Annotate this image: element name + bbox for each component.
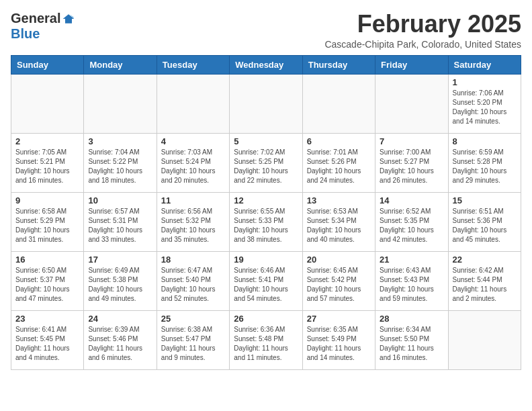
calendar-cell [448, 310, 521, 369]
day-info: Sunrise: 6:35 AM Sunset: 5:49 PM Dayligh… [307, 325, 371, 363]
day-number: 5 [234, 136, 298, 146]
day-info: Sunrise: 6:43 AM Sunset: 5:43 PM Dayligh… [380, 266, 443, 304]
calendar-cell: 3Sunrise: 7:04 AM Sunset: 5:22 PM Daylig… [84, 133, 157, 192]
calendar-cell: 14Sunrise: 6:52 AM Sunset: 5:35 PM Dayli… [375, 192, 448, 251]
day-info: Sunrise: 7:02 AM Sunset: 5:25 PM Dayligh… [234, 148, 298, 185]
day-number: 8 [453, 136, 517, 146]
calendar-table: SundayMondayTuesdayWednesdayThursdayFrid… [11, 55, 521, 370]
calendar-cell: 28Sunrise: 6:34 AM Sunset: 5:50 PM Dayli… [375, 310, 448, 369]
day-info: Sunrise: 6:59 AM Sunset: 5:28 PM Dayligh… [453, 148, 517, 185]
location-text: Cascade-Chipita Park, Colorado, United S… [324, 39, 521, 50]
calendar-cell: 20Sunrise: 6:45 AM Sunset: 5:42 PM Dayli… [302, 251, 375, 310]
day-number: 3 [88, 136, 152, 146]
day-number: 16 [15, 255, 79, 265]
day-info: Sunrise: 6:41 AM Sunset: 5:45 PM Dayligh… [15, 325, 79, 363]
day-number: 13 [307, 195, 371, 205]
calendar-cell: 19Sunrise: 6:46 AM Sunset: 5:41 PM Dayli… [230, 251, 302, 310]
calendar-cell: 13Sunrise: 6:53 AM Sunset: 5:34 PM Dayli… [302, 192, 375, 251]
calendar-cell [302, 74, 375, 133]
logo-general-text: General [11, 11, 60, 26]
day-number: 26 [234, 314, 298, 324]
calendar-cell: 11Sunrise: 6:56 AM Sunset: 5:32 PM Dayli… [157, 192, 229, 251]
logo: General Blue [11, 11, 75, 42]
day-info: Sunrise: 7:04 AM Sunset: 5:22 PM Dayligh… [88, 148, 152, 185]
page-header: General Blue February 2025 Cascade-Chipi… [11, 11, 521, 50]
day-number: 28 [380, 314, 443, 324]
day-number: 18 [161, 255, 225, 265]
day-info: Sunrise: 6:49 AM Sunset: 5:38 PM Dayligh… [88, 266, 152, 304]
day-info: Sunrise: 7:00 AM Sunset: 5:27 PM Dayligh… [380, 148, 443, 185]
day-number: 6 [307, 136, 371, 146]
calendar-cell: 18Sunrise: 6:47 AM Sunset: 5:40 PM Dayli… [157, 251, 229, 310]
calendar-cell [157, 74, 229, 133]
calendar-cell [84, 74, 157, 133]
logo-icon [62, 12, 75, 26]
column-header-tuesday: Tuesday [157, 55, 229, 74]
calendar-cell: 12Sunrise: 6:55 AM Sunset: 5:33 PM Dayli… [230, 192, 302, 251]
day-number: 10 [88, 195, 152, 205]
day-info: Sunrise: 6:38 AM Sunset: 5:47 PM Dayligh… [161, 325, 225, 363]
day-number: 19 [234, 255, 298, 265]
svg-marker-0 [63, 14, 75, 23]
day-number: 4 [161, 136, 225, 146]
day-info: Sunrise: 6:50 AM Sunset: 5:37 PM Dayligh… [15, 266, 79, 304]
calendar-cell: 7Sunrise: 7:00 AM Sunset: 5:27 PM Daylig… [375, 133, 448, 192]
column-header-thursday: Thursday [302, 55, 375, 74]
calendar-cell: 15Sunrise: 6:51 AM Sunset: 5:36 PM Dayli… [448, 192, 521, 251]
month-title: February 2025 [324, 11, 521, 38]
day-number: 12 [234, 195, 298, 205]
week-row-3: 9Sunrise: 6:58 AM Sunset: 5:29 PM Daylig… [11, 192, 521, 251]
day-number: 9 [15, 195, 79, 205]
calendar-cell: 26Sunrise: 6:36 AM Sunset: 5:48 PM Dayli… [230, 310, 302, 369]
day-info: Sunrise: 6:56 AM Sunset: 5:32 PM Dayligh… [161, 207, 225, 244]
day-number: 1 [453, 77, 517, 87]
column-header-sunday: Sunday [11, 55, 84, 74]
day-info: Sunrise: 6:57 AM Sunset: 5:31 PM Dayligh… [88, 207, 152, 244]
calendar-cell: 24Sunrise: 6:39 AM Sunset: 5:46 PM Dayli… [84, 310, 157, 369]
week-row-1: 1Sunrise: 7:06 AM Sunset: 5:20 PM Daylig… [11, 74, 521, 133]
day-info: Sunrise: 7:03 AM Sunset: 5:24 PM Dayligh… [161, 148, 225, 185]
column-header-wednesday: Wednesday [230, 55, 302, 74]
calendar-cell: 5Sunrise: 7:02 AM Sunset: 5:25 PM Daylig… [230, 133, 302, 192]
calendar-cell [11, 74, 84, 133]
day-number: 22 [453, 255, 517, 265]
calendar-cell: 27Sunrise: 6:35 AM Sunset: 5:49 PM Dayli… [302, 310, 375, 369]
calendar-cell: 23Sunrise: 6:41 AM Sunset: 5:45 PM Dayli… [11, 310, 84, 369]
day-number: 27 [307, 314, 371, 324]
week-row-4: 16Sunrise: 6:50 AM Sunset: 5:37 PM Dayli… [11, 251, 521, 310]
day-info: Sunrise: 6:58 AM Sunset: 5:29 PM Dayligh… [15, 207, 79, 244]
calendar-cell: 22Sunrise: 6:42 AM Sunset: 5:44 PM Dayli… [448, 251, 521, 310]
day-number: 11 [161, 195, 225, 205]
column-header-monday: Monday [84, 55, 157, 74]
week-row-5: 23Sunrise: 6:41 AM Sunset: 5:45 PM Dayli… [11, 310, 521, 369]
calendar-cell: 17Sunrise: 6:49 AM Sunset: 5:38 PM Dayli… [84, 251, 157, 310]
day-info: Sunrise: 6:53 AM Sunset: 5:34 PM Dayligh… [307, 207, 371, 244]
calendar-cell: 25Sunrise: 6:38 AM Sunset: 5:47 PM Dayli… [157, 310, 229, 369]
day-number: 15 [453, 195, 517, 205]
calendar-cell: 1Sunrise: 7:06 AM Sunset: 5:20 PM Daylig… [448, 74, 521, 133]
day-number: 14 [380, 195, 443, 205]
calendar-cell: 6Sunrise: 7:01 AM Sunset: 5:26 PM Daylig… [302, 133, 375, 192]
calendar-cell: 8Sunrise: 6:59 AM Sunset: 5:28 PM Daylig… [448, 133, 521, 192]
day-info: Sunrise: 7:05 AM Sunset: 5:21 PM Dayligh… [15, 148, 79, 185]
day-info: Sunrise: 6:42 AM Sunset: 5:44 PM Dayligh… [453, 266, 517, 304]
day-number: 21 [380, 255, 443, 265]
week-row-2: 2Sunrise: 7:05 AM Sunset: 5:21 PM Daylig… [11, 133, 521, 192]
day-number: 25 [161, 314, 225, 324]
logo-blue-text: Blue [11, 26, 40, 42]
day-info: Sunrise: 7:01 AM Sunset: 5:26 PM Dayligh… [307, 148, 371, 185]
day-number: 7 [380, 136, 443, 146]
day-info: Sunrise: 6:52 AM Sunset: 5:35 PM Dayligh… [380, 207, 443, 244]
day-info: Sunrise: 6:34 AM Sunset: 5:50 PM Dayligh… [380, 325, 443, 363]
calendar-header-row: SundayMondayTuesdayWednesdayThursdayFrid… [11, 55, 521, 74]
day-info: Sunrise: 6:55 AM Sunset: 5:33 PM Dayligh… [234, 207, 298, 244]
column-header-saturday: Saturday [448, 55, 521, 74]
day-info: Sunrise: 6:36 AM Sunset: 5:48 PM Dayligh… [234, 325, 298, 363]
calendar-cell: 2Sunrise: 7:05 AM Sunset: 5:21 PM Daylig… [11, 133, 84, 192]
day-info: Sunrise: 6:45 AM Sunset: 5:42 PM Dayligh… [307, 266, 371, 304]
day-number: 20 [307, 255, 371, 265]
calendar-cell: 16Sunrise: 6:50 AM Sunset: 5:37 PM Dayli… [11, 251, 84, 310]
day-info: Sunrise: 6:46 AM Sunset: 5:41 PM Dayligh… [234, 266, 298, 304]
calendar-cell: 9Sunrise: 6:58 AM Sunset: 5:29 PM Daylig… [11, 192, 84, 251]
calendar-cell [375, 74, 448, 133]
